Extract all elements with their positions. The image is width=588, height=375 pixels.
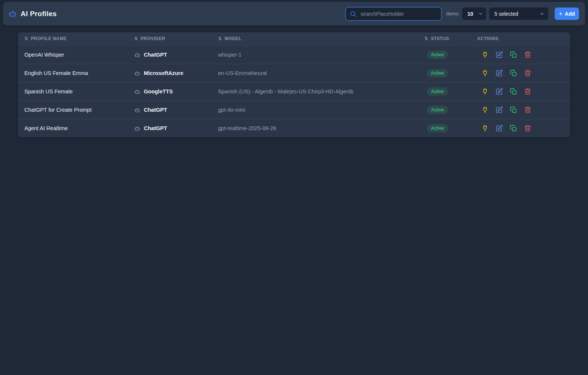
columns-multiselect[interactable]: 5 selected: [489, 8, 548, 20]
chevron-down-icon: [539, 11, 545, 16]
model-name: Spanish (US) - Algenib - Male|es-US-Chir…: [218, 88, 424, 94]
profile-name: Spanish US Female: [24, 88, 134, 94]
status-badge: Active: [427, 87, 448, 96]
actions-cell: [477, 124, 570, 132]
search-input[interactable]: [361, 11, 437, 17]
provider-cell: ChatGPT: [134, 107, 218, 113]
profile-name: Agent AI Realtime: [24, 125, 134, 131]
provider-name: ChatGPT: [144, 107, 167, 113]
model-name: gpt-4o-mini: [218, 107, 424, 113]
status-cell: Active: [424, 87, 477, 96]
search-icon: [350, 10, 357, 17]
search-box: [345, 7, 442, 21]
items-label: Items:: [446, 11, 460, 16]
actions-cell: [477, 51, 570, 58]
actions-cell: [477, 69, 570, 77]
duplicate-button[interactable]: [510, 51, 517, 58]
robot-icon: [134, 88, 140, 95]
plus-icon: +: [559, 10, 563, 17]
edit-button[interactable]: [495, 106, 503, 114]
edit-button[interactable]: [495, 51, 503, 58]
table-row: ChatGPT for Create Prompt ChatGPT gpt-4o…: [18, 100, 570, 119]
profile-name: English US Female Emma: [24, 70, 134, 76]
delete-button[interactable]: [524, 88, 531, 95]
column-header-actions: ACTIONS: [477, 36, 570, 41]
add-button[interactable]: + Add: [555, 8, 579, 20]
edit-button[interactable]: [495, 69, 503, 77]
test-connection-button[interactable]: [481, 106, 489, 114]
status-cell: Active: [424, 69, 477, 77]
delete-button[interactable]: [524, 69, 531, 77]
status-cell: Active: [424, 51, 477, 59]
status-cell: Active: [424, 124, 477, 132]
columns-multiselect-value: 5 selected: [494, 11, 518, 17]
provider-cell: MicrosoftAzure: [134, 70, 218, 76]
header-controls: Items: 10 5 selected + Add: [345, 7, 579, 21]
robot-icon: [134, 107, 140, 113]
provider-name: ChatGPT: [144, 52, 167, 58]
status-badge: Active: [427, 124, 448, 132]
sort-icon: ⇅: [24, 36, 28, 41]
model-name: gpt-realtime-2025-08-28: [218, 125, 424, 131]
table-row: Agent AI Realtime ChatGPT gpt-realtime-2…: [18, 119, 570, 137]
robot-icon: [8, 9, 17, 18]
delete-button[interactable]: [524, 51, 531, 58]
page-title-group: AI Profiles: [8, 9, 57, 18]
table-row: Spanish US Female GoogleTTS Spanish (US)…: [18, 82, 570, 100]
model-name: whisper-1: [218, 52, 424, 58]
model-name: en-US-EmmaNeural: [218, 70, 424, 76]
sort-icon: ⇅: [134, 36, 138, 41]
edit-button[interactable]: [495, 88, 503, 95]
items-per-page-value: 10: [467, 11, 473, 17]
delete-button[interactable]: [524, 106, 531, 114]
duplicate-button[interactable]: [510, 69, 517, 77]
sort-icon: ⇅: [218, 36, 222, 41]
chevron-down-icon: [478, 11, 483, 16]
provider-cell: ChatGPT: [134, 52, 218, 58]
profiles-table: ⇅ PROFILE NAME ⇅ PROVIDER ⇅ MODEL ⇅ STAT…: [18, 32, 570, 137]
actions-cell: [477, 106, 570, 114]
edit-button[interactable]: [495, 124, 503, 132]
test-connection-button[interactable]: [481, 51, 489, 58]
profile-name: OpenAI Whisper: [24, 52, 134, 58]
robot-icon: [134, 52, 140, 58]
table-row: OpenAI Whisper ChatGPT whisper-1 Active: [18, 45, 570, 64]
column-header-status[interactable]: ⇅ STATUS: [424, 36, 477, 41]
provider-name: MicrosoftAzure: [144, 70, 184, 76]
duplicate-button[interactable]: [510, 106, 517, 114]
add-button-label: Add: [565, 11, 575, 17]
column-header-provider[interactable]: ⇅ PROVIDER: [134, 36, 218, 41]
sort-icon: ⇅: [424, 36, 428, 41]
provider-cell: ChatGPT: [134, 125, 218, 132]
test-connection-button[interactable]: [481, 124, 489, 132]
robot-icon: [134, 125, 140, 132]
page-title: AI Profiles: [21, 10, 57, 18]
table-header-row: ⇅ PROFILE NAME ⇅ PROVIDER ⇅ MODEL ⇅ STAT…: [18, 32, 570, 45]
test-connection-button[interactable]: [481, 69, 489, 77]
items-per-page-select[interactable]: 10: [462, 8, 486, 20]
header-bar: AI Profiles Items: 10 5 selected + Add: [3, 2, 585, 26]
test-connection-button[interactable]: [481, 88, 489, 95]
status-badge: Active: [427, 106, 448, 114]
status-badge: Active: [427, 69, 448, 77]
status-cell: Active: [424, 106, 477, 114]
provider-cell: GoogleTTS: [134, 88, 218, 95]
delete-button[interactable]: [524, 124, 531, 132]
provider-name: GoogleTTS: [144, 88, 173, 94]
table-row: English US Female Emma MicrosoftAzure en…: [18, 64, 570, 82]
duplicate-button[interactable]: [510, 124, 517, 132]
actions-cell: [477, 88, 570, 95]
robot-icon: [134, 70, 140, 76]
column-header-model[interactable]: ⇅ MODEL: [218, 36, 424, 41]
provider-name: ChatGPT: [144, 125, 167, 131]
column-header-profile-name[interactable]: ⇅ PROFILE NAME: [24, 36, 134, 41]
status-badge: Active: [427, 51, 448, 59]
duplicate-button[interactable]: [510, 88, 517, 95]
profile-name: ChatGPT for Create Prompt: [24, 107, 134, 113]
